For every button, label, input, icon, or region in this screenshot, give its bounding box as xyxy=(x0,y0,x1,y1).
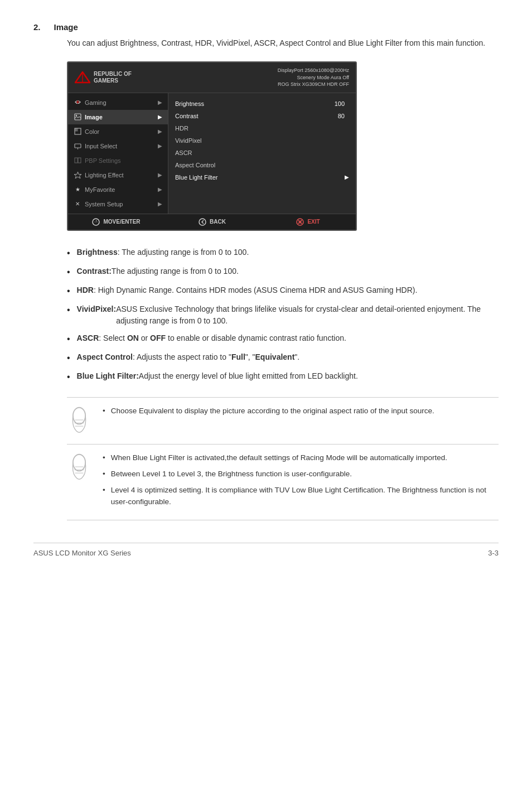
system-setup-icon: ✕ xyxy=(74,200,81,208)
osd-item-brightness: Brightness 100 xyxy=(175,98,349,110)
term-vividpixel: VividPixel: xyxy=(77,303,117,315)
note-box-blue-light: When Blue Light Filter is activated,the … xyxy=(67,445,499,521)
osd-info-text: DisplayPort 2560x1080@200Hz Scenery Mode… xyxy=(278,67,349,88)
osd-footer-exit: EXIT xyxy=(260,218,356,226)
feature-list: Brightness: The adjusting range is from … xyxy=(67,247,499,384)
term-contrast: Contrast: xyxy=(77,265,112,277)
note-item-blue-light-2: Between Level 1 to Level 3, the Brightne… xyxy=(103,468,499,480)
menu-arrow-image: ▶ xyxy=(158,114,162,120)
menu-label-pbp-settings: PBP Settings xyxy=(85,157,121,164)
note-content-1: Choose Equivalent to display the picture… xyxy=(103,405,499,422)
note-box-equivalent: Choose Equivalent to display the picture… xyxy=(67,397,499,445)
list-item-contrast: Contrast: The adjusting range is from 0 … xyxy=(67,265,499,279)
menu-arrow-system-setup: ▶ xyxy=(158,201,162,207)
osd-footer-label-move-enter: MOVE/ENTER xyxy=(103,219,140,225)
menu-label-color: Color xyxy=(85,128,99,135)
intro-text: You can adjust Brightness, Contrast, HDR… xyxy=(67,37,499,49)
menu-label-system-setup: System Setup xyxy=(85,201,123,207)
menu-label-lighting-effect: Lighting Effect xyxy=(85,172,124,178)
list-item-aspect-control: Aspect Control: Adjusts the aspect ratio… xyxy=(67,351,499,365)
menu-arrow-lighting-effect: ▶ xyxy=(158,172,162,178)
menu-arrow-input-select: ▶ xyxy=(158,143,162,149)
osd-content-panel: Brightness 100 Contrast 80 HDR xyxy=(168,93,356,214)
menu-arrow-myfavorite: ▶ xyxy=(158,186,162,192)
page-footer: ASUS LCD Monitor XG Series 3-3 xyxy=(33,543,499,557)
osd-menu: Gaming ▶ Image ▶ xyxy=(68,93,168,214)
list-item-ascr: ASCR: Select ON or OFF to enable or disa… xyxy=(67,332,499,346)
osd-menu-pbp-settings: PBP Settings xyxy=(68,153,168,168)
osd-label-brightness: Brightness xyxy=(175,100,204,107)
svg-rect-12 xyxy=(78,158,81,163)
svg-rect-8 xyxy=(75,128,78,132)
note-item-blue-light-1: When Blue Light Filter is activated,the … xyxy=(103,452,499,464)
myfavorite-icon: ★ xyxy=(74,186,81,194)
note-item-blue-light-3: Level 4 is optimized setting. It is comp… xyxy=(103,485,499,508)
svg-marker-13 xyxy=(74,172,81,178)
menu-label-input-select: Input Select xyxy=(85,143,117,149)
menu-label-gaming: Gaming xyxy=(85,99,107,106)
back-icon xyxy=(198,218,207,226)
osd-menu-system-setup[interactable]: ✕ System Setup ▶ xyxy=(68,197,168,211)
section-title: Image xyxy=(54,22,78,32)
osd-label-blue-light-filter: Blue Light Filter xyxy=(175,174,217,181)
note-content-2: When Blue Light Filter is activated,the … xyxy=(103,452,499,513)
menu-arrow-color: ▶ xyxy=(158,128,162,134)
list-item-hdr: HDR: High Dynamic Range. Contains HDR mo… xyxy=(67,284,499,298)
svg-rect-11 xyxy=(75,158,78,163)
osd-footer: MOVE/ENTER BACK EXIT xyxy=(68,214,356,230)
term-ascr: ASCR xyxy=(77,332,99,344)
section-number: 2. xyxy=(33,22,41,32)
osd-mockup: REPUBLIC OF GAMERS DisplayPort 2560x1080… xyxy=(67,61,357,231)
input-select-icon xyxy=(74,142,81,150)
term-aspect-control: Aspect Control xyxy=(77,351,133,363)
osd-value-brightness: 100 xyxy=(335,100,345,107)
osd-label-ascr: ASCR xyxy=(175,149,192,156)
osd-label-aspect-control: Aspect Control xyxy=(175,162,215,168)
osd-value-contrast: 80 xyxy=(338,113,345,119)
osd-footer-move-enter: MOVE/ENTER xyxy=(68,218,164,226)
osd-header: REPUBLIC OF GAMERS DisplayPort 2560x1080… xyxy=(68,62,356,93)
gaming-icon xyxy=(74,99,81,107)
osd-footer-label-exit: EXIT xyxy=(307,219,320,225)
svg-point-22 xyxy=(73,407,85,424)
color-icon xyxy=(74,128,81,136)
term-brightness: Brightness xyxy=(77,247,118,258)
osd-menu-gaming[interactable]: Gaming ▶ xyxy=(68,95,168,110)
osd-menu-lighting-effect[interactable]: Lighting Effect ▶ xyxy=(68,168,168,182)
osd-menu-myfavorite[interactable]: ★ MyFavorite ▶ xyxy=(68,182,168,197)
image-icon xyxy=(74,113,81,121)
osd-label-vividpixel: VividPixel xyxy=(175,137,202,144)
menu-arrow-gaming: ▶ xyxy=(158,99,162,105)
osd-item-ascr: ASCR xyxy=(175,147,349,159)
exit-icon xyxy=(296,218,304,226)
svg-rect-9 xyxy=(75,144,81,148)
osd-item-hdr: HDR xyxy=(175,122,349,134)
osd-footer-back: BACK xyxy=(164,218,260,226)
svg-point-26 xyxy=(73,454,85,471)
svg-rect-5 xyxy=(75,114,81,120)
menu-label-myfavorite: MyFavorite xyxy=(85,186,115,193)
note-icon-1 xyxy=(67,405,94,436)
term-hdr: HDR xyxy=(77,284,94,296)
note-icon-2 xyxy=(67,452,94,483)
osd-logo: REPUBLIC OF GAMERS xyxy=(75,71,132,84)
osd-arrow-blue-light-filter: ▶ xyxy=(345,174,349,180)
pbp-icon xyxy=(74,157,81,165)
osd-item-blue-light-filter: Blue Light Filter ▶ xyxy=(175,171,349,183)
osd-item-contrast: Contrast 80 xyxy=(175,110,349,122)
osd-logo-text: REPUBLIC OF GAMERS xyxy=(94,71,132,84)
osd-menu-color[interactable]: Color ▶ xyxy=(68,124,168,139)
osd-menu-image[interactable]: Image ▶ xyxy=(68,110,168,124)
list-item-vividpixel: VividPixel: ASUS Exclusive Technology th… xyxy=(67,303,499,327)
osd-menu-input-select[interactable]: Input Select ▶ xyxy=(68,139,168,153)
osd-footer-label-back: BACK xyxy=(210,219,226,225)
list-item-brightness: Brightness: The adjusting range is from … xyxy=(67,247,499,260)
move-enter-icon xyxy=(91,218,100,226)
list-item-blue-light-filter: Blue Light Filter: Adjust the energy lev… xyxy=(67,370,499,384)
osd-body: Gaming ▶ Image ▶ xyxy=(68,93,356,214)
lighting-icon xyxy=(74,171,81,179)
note-item-equivalent: Choose Equivalent to display the picture… xyxy=(103,405,499,417)
osd-label-hdr: HDR xyxy=(175,125,188,132)
footer-left-text: ASUS LCD Monitor XG Series xyxy=(33,549,131,557)
menu-label-image: Image xyxy=(85,114,103,120)
